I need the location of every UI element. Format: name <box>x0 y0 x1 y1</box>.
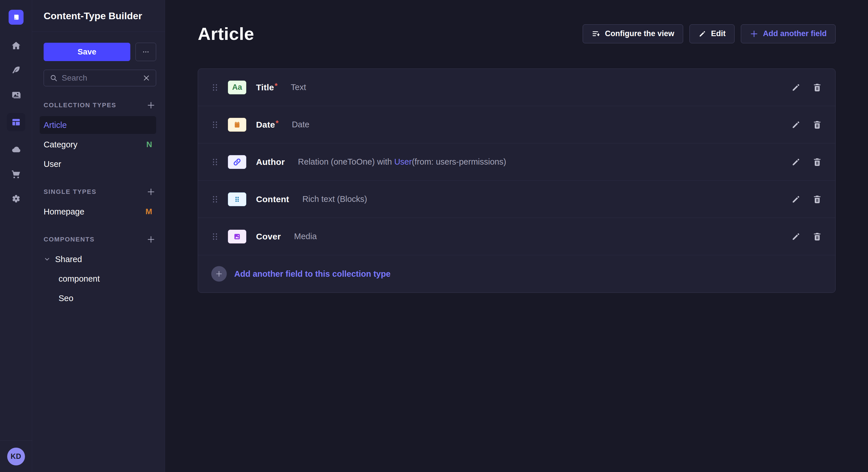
drag-handle-icon[interactable] <box>212 196 218 203</box>
strapi-logo-icon[interactable] <box>9 10 24 25</box>
add-single-type-button[interactable] <box>146 187 156 197</box>
sidebar-item-label: component <box>59 274 100 283</box>
add-component-button[interactable] <box>146 234 156 245</box>
collection-types-header: COLLECTION TYPES <box>43 100 156 110</box>
delete-field-button[interactable] <box>812 82 822 92</box>
field-name: Title* <box>256 82 278 92</box>
sidebar-item-label: Article <box>43 121 67 130</box>
deploy-cloud-icon[interactable] <box>9 143 23 156</box>
drag-handle-icon[interactable] <box>212 121 218 129</box>
edit-field-button[interactable] <box>791 120 801 130</box>
row-actions <box>791 120 822 130</box>
content-type-builder-layout-icon[interactable] <box>7 113 25 131</box>
required-asterisk: * <box>276 119 278 127</box>
row-actions <box>791 82 822 92</box>
save-button[interactable]: Save <box>43 43 130 61</box>
sidebar-item-category[interactable]: Category N <box>40 136 156 154</box>
row-actions <box>791 232 822 241</box>
trash-icon <box>812 232 822 241</box>
edit-field-button[interactable] <box>791 82 801 92</box>
components-header: COMPONENTS <box>43 234 156 245</box>
sidebar-item-component[interactable]: component <box>40 270 156 288</box>
trash-icon <box>812 194 822 204</box>
content-manager-feather-icon[interactable] <box>9 64 23 77</box>
plus-circle-icon <box>211 266 227 281</box>
delete-field-button[interactable] <box>812 120 822 130</box>
row-actions <box>791 194 822 204</box>
edit-field-button[interactable] <box>791 157 801 167</box>
drag-handle-icon[interactable] <box>212 158 218 166</box>
edit-label: Edit <box>711 29 725 38</box>
add-another-field-button[interactable]: Add another field <box>741 24 836 43</box>
pencil-icon <box>791 120 801 130</box>
drag-handle-icon[interactable] <box>212 84 218 91</box>
sidebar-item-label: Seo <box>59 294 73 303</box>
drag-handle-icon[interactable] <box>212 233 218 240</box>
sidebar-item-article[interactable]: Article <box>40 116 156 134</box>
media-library-images-icon[interactable] <box>9 88 23 102</box>
field-type: Text <box>291 82 306 92</box>
trash-icon <box>812 157 822 167</box>
ctb-sidebar: Content-Type Builder Save COLLECTION TYP… <box>32 0 165 472</box>
settings-gear-icon[interactable] <box>9 192 23 205</box>
date-field-icon <box>228 118 246 132</box>
add-field-footer-button[interactable]: Add another field to this collection typ… <box>198 255 835 293</box>
collection-types-label: COLLECTION TYPES <box>43 102 116 109</box>
edit-button[interactable]: Edit <box>689 24 735 43</box>
app-window: KD Content-Type Builder Save COLLECTION … <box>0 0 868 472</box>
delete-field-button[interactable] <box>812 194 822 204</box>
user-avatar[interactable]: KD <box>7 448 25 465</box>
single-types-header: SINGLE TYPES <box>43 187 156 197</box>
main-content: Article Configure the view Edit Add anot… <box>165 0 868 472</box>
trash-icon <box>812 82 822 92</box>
marketplace-cart-icon[interactable] <box>9 167 23 181</box>
component-group-shared[interactable]: Shared <box>40 250 156 268</box>
edit-field-button[interactable] <box>791 232 801 241</box>
relation-field-icon <box>228 155 246 169</box>
field-row-date: Date* Date <box>198 106 835 143</box>
search-icon <box>50 74 58 82</box>
plus-icon <box>147 235 155 244</box>
pencil-icon <box>791 194 801 204</box>
row-actions <box>791 157 822 167</box>
plus-icon <box>147 188 155 196</box>
page-title: Article <box>198 24 254 44</box>
save-row: Save <box>43 43 156 61</box>
sidebar-item-label: Category <box>43 140 78 149</box>
edit-field-button[interactable] <box>791 194 801 204</box>
more-options-button[interactable] <box>135 43 156 61</box>
sidebar-item-label: Homepage <box>43 207 84 216</box>
nav-icon-list <box>7 39 25 205</box>
clear-search-icon[interactable] <box>143 74 150 82</box>
fields-card: Aa Title* Text Date* Date <box>198 69 836 293</box>
field-row-cover: Cover Media <box>198 218 835 255</box>
chevron-down-icon <box>43 256 51 263</box>
delete-field-button[interactable] <box>812 232 822 241</box>
field-type: Relation (oneToOne) with User(from: user… <box>298 157 506 167</box>
pencil-icon <box>699 30 706 38</box>
configure-view-button[interactable]: Configure the view <box>583 24 683 43</box>
sidebar-item-homepage[interactable]: Homepage M <box>40 203 156 221</box>
components-label: COMPONENTS <box>43 236 95 243</box>
search-input[interactable] <box>62 73 138 82</box>
field-row-content: Content Rich text (Blocks) <box>198 181 835 218</box>
delete-field-button[interactable] <box>812 157 822 167</box>
relation-target-link[interactable]: User <box>394 157 412 166</box>
pencil-icon <box>791 232 801 241</box>
pencil-icon <box>791 82 801 92</box>
main-nav-strip: KD <box>0 0 32 472</box>
home-icon[interactable] <box>9 39 23 52</box>
more-dots-icon <box>142 48 150 56</box>
field-type: Rich text (Blocks) <box>302 194 367 204</box>
add-field-footer-label: Add another field to this collection typ… <box>234 269 391 279</box>
configure-list-icon <box>592 30 600 38</box>
search-box <box>43 70 156 86</box>
text-field-icon: Aa <box>228 80 246 94</box>
sidebar-title: Content-Type Builder <box>32 0 165 32</box>
sidebar-item-seo[interactable]: Seo <box>40 289 156 307</box>
field-name: Author <box>256 157 285 167</box>
add-collection-type-button[interactable] <box>146 100 156 110</box>
field-type: Date <box>292 120 309 129</box>
sidebar-body: Save COLLECTION TYPES Article <box>32 32 165 309</box>
sidebar-item-user[interactable]: User <box>40 155 156 173</box>
